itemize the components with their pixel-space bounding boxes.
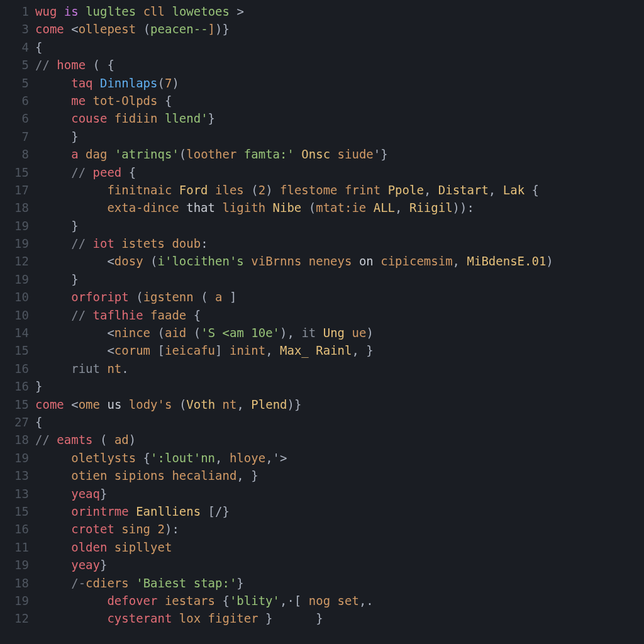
token-plain bbox=[236, 147, 243, 161]
line-number: 19 bbox=[0, 449, 29, 467]
code-line[interactable]: } bbox=[35, 270, 644, 288]
code-line[interactable]: <nince (aid ('S <am 10e'), it Ung ue) bbox=[35, 324, 644, 341]
token-type: Onsc bbox=[301, 147, 330, 161]
code-line[interactable]: a dag 'atrinqs'(loother famta:' Onsc siu… bbox=[35, 145, 644, 163]
token-str: 'atrinqs' bbox=[114, 147, 179, 161]
code-line[interactable]: wug is lugltes cll lowetoes > bbox=[35, 3, 644, 20]
code-line[interactable]: yeay} bbox=[35, 556, 644, 574]
token-plain bbox=[194, 290, 201, 304]
token-plain bbox=[86, 94, 92, 108]
code-line[interactable]: } bbox=[35, 217, 644, 235]
token-ident: exta-dince bbox=[107, 201, 179, 214]
code-line[interactable]: couse fidiin llend'} bbox=[35, 109, 644, 127]
token-ident: loother bbox=[186, 147, 236, 161]
token-plain bbox=[93, 433, 100, 447]
token-comment: /- bbox=[71, 576, 86, 590]
code-line[interactable]: <dosy (i'locithen's viBrnns neneys on ci… bbox=[35, 252, 644, 270]
line-number: 10 bbox=[0, 306, 29, 324]
token-punct: < bbox=[107, 326, 114, 340]
code-line[interactable]: olden sipllyet bbox=[35, 538, 644, 556]
line-number: 12 bbox=[0, 252, 29, 270]
line-number: 12 bbox=[0, 609, 29, 627]
code-line[interactable]: crotet sing 2): bbox=[35, 520, 644, 538]
token-punct: } bbox=[208, 111, 215, 125]
token-plain bbox=[222, 451, 229, 465]
token-punct: ( bbox=[158, 76, 165, 90]
token-ident: hloye bbox=[230, 451, 265, 465]
code-area[interactable]: wug is lugltes cll lowetoes >come <ollep… bbox=[35, 3, 644, 644]
code-line[interactable]: exta-dince that ligith Nibe (mtat:ie ALL… bbox=[35, 199, 644, 216]
token-ident: finitnaic bbox=[107, 183, 172, 197]
code-line[interactable]: cysterant lox figiter } } bbox=[35, 609, 644, 627]
code-line[interactable]: { bbox=[35, 38, 644, 56]
line-number: 16 bbox=[0, 360, 29, 377]
code-line[interactable]: } bbox=[35, 128, 644, 145]
code-line[interactable]: finitnaic Ford iles (2) flestome frint P… bbox=[35, 181, 644, 199]
code-line[interactable]: defover iestars {'blity',·[ nog set,. bbox=[35, 592, 644, 609]
code-line[interactable]: orfoript (igstenn ( a ] bbox=[35, 288, 644, 306]
code-line[interactable]: taq Dinnlaps(7) bbox=[35, 74, 644, 92]
code-line[interactable]: oletlysts {':lout'nn, hloye,'> bbox=[35, 449, 644, 467]
code-line[interactable]: // taflhie faade { bbox=[35, 306, 644, 324]
token-punct: ) bbox=[546, 254, 553, 268]
token-plain bbox=[208, 183, 215, 197]
code-line[interactable]: me tot-Olpds { bbox=[35, 92, 644, 109]
token-plain bbox=[158, 94, 165, 108]
code-line[interactable]: orintrme Eanlliens [/} bbox=[35, 502, 644, 520]
token-kw2: home bbox=[57, 58, 86, 72]
token-plain bbox=[143, 254, 150, 268]
code-line[interactable]: { bbox=[35, 413, 644, 431]
token-type: Riigil bbox=[409, 201, 453, 214]
line-number: 1 bbox=[0, 3, 29, 20]
token-type: Rainl bbox=[316, 343, 352, 357]
line-number: 19 bbox=[0, 235, 29, 252]
code-line[interactable]: /-cdiers 'Baiest stap:'} bbox=[35, 574, 644, 592]
token-ident: cll bbox=[143, 4, 165, 18]
code-line[interactable]: // iot istets doub: bbox=[35, 235, 644, 252]
token-plain bbox=[301, 594, 308, 608]
token-ident: igstenn bbox=[143, 290, 194, 304]
token-ident: siude bbox=[338, 147, 374, 161]
token-plain: us bbox=[107, 397, 128, 411]
token-ident: iestars bbox=[165, 594, 215, 608]
code-line[interactable]: } bbox=[35, 377, 644, 395]
token-type: Nibe bbox=[273, 201, 302, 214]
token-plain bbox=[380, 183, 387, 197]
line-number: 13 bbox=[0, 467, 29, 484]
token-ident: doub bbox=[172, 236, 201, 250]
token-ident: nog bbox=[309, 594, 330, 608]
token-plain bbox=[294, 147, 301, 161]
token-type: Plend bbox=[251, 397, 287, 411]
token-punct: < bbox=[71, 22, 78, 36]
code-line[interactable]: yeaq} bbox=[35, 485, 644, 502]
token-punct: ): bbox=[165, 522, 179, 536]
token-plain bbox=[215, 594, 222, 608]
code-line[interactable]: come <ollepest (peacen--])} bbox=[35, 20, 644, 38]
token-punct: ( bbox=[309, 201, 316, 214]
code-line[interactable]: // eamts ( ad) bbox=[35, 431, 644, 448]
code-line[interactable]: riut nt. bbox=[35, 360, 644, 377]
token-punct: ( bbox=[179, 147, 186, 161]
code-line[interactable]: // peed { bbox=[35, 164, 644, 181]
code-editor[interactable]: 1345566781517181919121910101415161615271… bbox=[0, 0, 644, 644]
token-punct: } bbox=[71, 272, 78, 286]
token-ident: frint bbox=[345, 183, 380, 197]
token-punct: ) bbox=[366, 326, 373, 340]
line-number: 18 bbox=[0, 574, 29, 592]
token-plain bbox=[136, 4, 143, 18]
code-line[interactable]: come <ome us lody's (Voth nt, Plend)} bbox=[35, 396, 644, 413]
token-plain bbox=[100, 397, 107, 411]
token-punct: } bbox=[100, 558, 107, 572]
token-kw2: iot bbox=[93, 236, 114, 250]
token-punct: { bbox=[532, 183, 539, 197]
line-number: 5 bbox=[0, 74, 29, 92]
token-plain bbox=[143, 308, 150, 322]
code-line[interactable]: <corum [ieicafu] inint, Max_ Rainl, } bbox=[35, 341, 644, 359]
code-line[interactable]: otien sipions hecaliand, } bbox=[35, 467, 644, 484]
token-punct: { bbox=[165, 94, 172, 108]
token-ident: ] bbox=[208, 22, 215, 36]
token-punct: } bbox=[35, 379, 42, 393]
token-type: Ung bbox=[323, 326, 345, 340]
code-line[interactable]: // home ( { bbox=[35, 56, 644, 74]
token-punct: , bbox=[265, 343, 272, 357]
